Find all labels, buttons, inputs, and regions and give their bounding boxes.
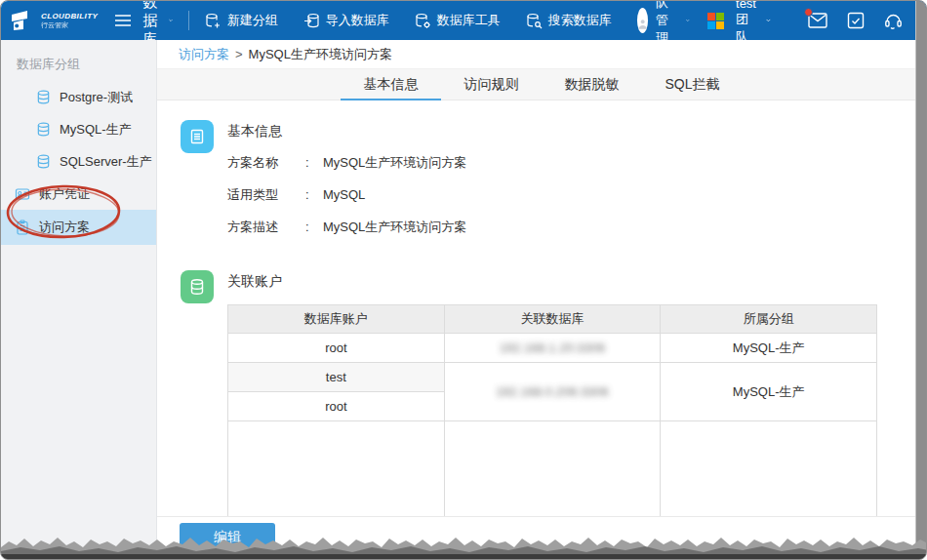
field-value: MySQL生产环境访问方案 [323, 154, 466, 171]
sidebar-item-postgre-test[interactable]: Postgre-测试 [1, 81, 156, 113]
field-colon: : [305, 186, 323, 203]
database-icon [181, 270, 214, 303]
sidebar-item-sqlserver-prod[interactable]: SQLServer-生产 [1, 145, 156, 178]
field-label: 方案描述 [227, 219, 305, 235]
unread-badge [804, 8, 813, 17]
basic-info-section: 基本信息 方案名称 : MySQL生产环境访问方案 适用类型 : MySQL [181, 120, 926, 251]
search-database-button[interactable]: 搜索数据库 [526, 12, 612, 29]
database-plus-icon [205, 13, 222, 29]
redacted-value: 192.168.0.206:3306 [496, 384, 609, 399]
database-search-icon [526, 13, 543, 29]
field-label: 适用类型 [227, 186, 305, 203]
menu-toggle-button[interactable] [115, 15, 131, 26]
breadcrumb-separator: > [235, 47, 243, 61]
window-right-border [915, 1, 926, 559]
brand-logo: CLOUDBILITY 行云管家 [11, 10, 98, 31]
sidebar-item-credentials[interactable]: 账户凭证 [1, 178, 156, 210]
sidebar-item-label: MySQL-生产 [60, 121, 132, 139]
database-gear-icon [415, 13, 431, 29]
database-icon [36, 90, 51, 104]
import-database-button[interactable]: 导入数据库 [303, 12, 389, 29]
tab-sql-intercept[interactable]: SQL拦截 [642, 69, 743, 100]
account-cell: root [228, 334, 445, 363]
database-icon [36, 154, 51, 169]
field-value: MySQL [323, 186, 365, 203]
main-panel: 访问方案 > MySQL生产环境访问方案 基本信息 访问规则 数据脱敏 SQL拦… [157, 40, 926, 560]
brand-subtitle: 行云管家 [41, 21, 98, 28]
team-label: test团队 [736, 0, 760, 46]
account-cell: test [228, 363, 445, 392]
sidebar-item-label: 账户凭证 [39, 185, 90, 203]
field-colon: : [305, 219, 323, 235]
field-value: MySQL生产环境访问方案 [323, 219, 466, 235]
id-card-icon [15, 186, 30, 202]
tab-data-masking[interactable]: 数据脱敏 [542, 69, 642, 100]
clipboard-icon [15, 220, 30, 235]
database-cell: 192.168.1.20:3306 [444, 334, 661, 363]
redacted-value: 192.168.1.20:3306 [500, 340, 605, 355]
tab-access-rules[interactable]: 访问规则 [441, 69, 542, 100]
support-button[interactable] [884, 12, 903, 29]
sidebar-item-access-plans[interactable]: 访问方案 [1, 210, 156, 245]
sidebar-item-label: Postgre-测试 [60, 89, 133, 106]
sidebar: 数据库分组 Postgre-测试 MySQL-生产 [1, 40, 157, 560]
chevron-down-icon [766, 18, 771, 23]
group-cell: MySQL-生产 [661, 334, 877, 363]
headset-icon [884, 12, 903, 29]
column-header-group: 所属分组 [661, 305, 877, 334]
field-db-type: 适用类型 : MySQL [227, 186, 466, 203]
app-window: CLOUDBILITY 行云管家 数据库 [0, 0, 927, 560]
table-empty-area [228, 421, 877, 517]
chevron-down-icon [686, 18, 690, 23]
sidebar-item-label: SQLServer-生产 [60, 153, 152, 171]
new-group-button[interactable]: 新建分组 [205, 12, 278, 29]
field-colon: : [305, 154, 323, 171]
clipboard-check-icon [847, 12, 865, 29]
hamburger-icon [115, 15, 131, 26]
account-cell: root [228, 392, 445, 421]
tasks-button[interactable] [847, 12, 865, 29]
table-row: root 192.168.1.20:3306 MySQL-生产 [228, 334, 877, 363]
chevron-down-icon [169, 18, 173, 23]
import-database-label: 导入数据库 [326, 12, 389, 29]
avatar[interactable] [637, 8, 648, 33]
search-database-label: 搜索数据库 [548, 12, 612, 29]
table-header-row: 数据库账户 关联数据库 所属分组 [228, 305, 877, 334]
brand-name: CLOUDBILITY [41, 13, 98, 20]
database-cell: 192.168.0.206:3306 [444, 363, 661, 421]
database-tools-button[interactable]: 数据库工具 [415, 12, 501, 29]
sidebar-item-mysql-prod[interactable]: MySQL-生产 [1, 113, 156, 145]
linked-accounts-table: 数据库账户 关联数据库 所属分组 root 192.168.1.20:3306 … [227, 304, 877, 516]
content-area: 基本信息 方案名称 : MySQL生产环境访问方案 适用类型 : MySQL [157, 100, 926, 516]
sidebar-section-label: 数据库分组 [17, 56, 156, 73]
cloudbility-logo-icon [11, 10, 36, 31]
section-title: 关联账户 [227, 273, 877, 291]
breadcrumb: 访问方案 > MySQL生产环境访问方案 [157, 40, 926, 69]
database-import-icon [303, 13, 320, 29]
top-bar: CLOUDBILITY 行云管家 数据库 [1, 1, 926, 40]
breadcrumb-parent-link[interactable]: 访问方案 [179, 46, 229, 63]
field-plan-description: 方案描述 : MySQL生产环境访问方案 [227, 219, 466, 235]
breadcrumb-current: MySQL生产环境访问方案 [249, 46, 392, 63]
tab-bar: 基本信息 访问规则 数据脱敏 SQL拦截 [157, 69, 926, 100]
sidebar-item-label: 访问方案 [39, 219, 90, 236]
database-icon [36, 122, 51, 137]
tab-basic-info[interactable]: 基本信息 [341, 69, 441, 100]
messages-button[interactable] [808, 13, 827, 28]
column-header-database: 关联数据库 [444, 305, 661, 334]
team-grid-icon [707, 13, 724, 29]
team-dropdown[interactable]: test团队 [707, 0, 771, 46]
field-label: 方案名称 [227, 154, 305, 171]
database-tools-label: 数据库工具 [437, 12, 501, 29]
section-title: 基本信息 [227, 123, 466, 140]
linked-accounts-section: 关联账户 数据库账户 关联数据库 所属分组 [181, 270, 926, 516]
table-row: test 192.168.0.206:3306 MySQL-生产 [228, 363, 877, 392]
document-icon [181, 120, 214, 153]
group-cell: MySQL-生产 [661, 363, 877, 421]
person-icon [637, 14, 648, 33]
torn-edge-decoration [1, 534, 927, 559]
field-plan-name: 方案名称 : MySQL生产环境访问方案 [227, 154, 466, 171]
column-header-account: 数据库账户 [228, 305, 445, 334]
new-group-label: 新建分组 [227, 12, 278, 29]
